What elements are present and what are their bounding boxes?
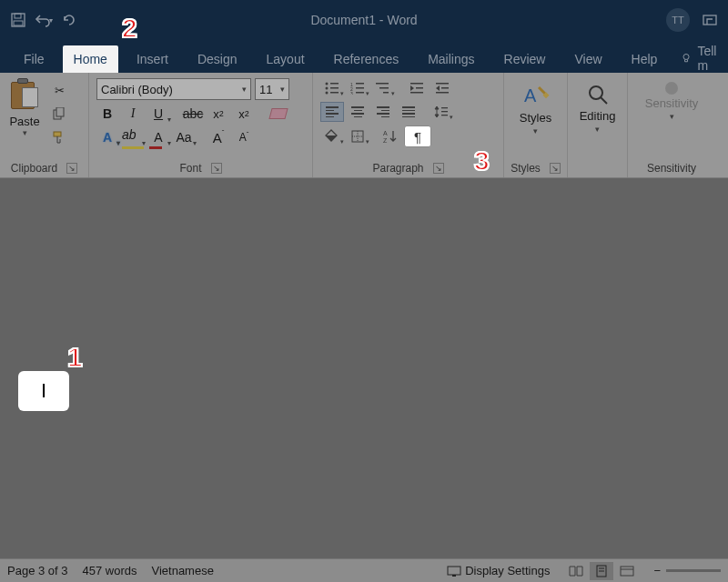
decrease-indent-button[interactable] (406, 78, 430, 98)
user-avatar[interactable]: TT (666, 8, 690, 32)
svg-text:A: A (383, 130, 388, 136)
undo-button[interactable]: ▾ (33, 9, 55, 31)
bullets-button[interactable] (320, 78, 344, 98)
print-layout-button[interactable] (590, 562, 613, 580)
svg-rect-23 (410, 83, 423, 85)
subscript-button[interactable]: x2 (207, 104, 229, 124)
highlight-button[interactable]: ab (122, 127, 144, 147)
svg-rect-9 (330, 83, 339, 85)
title-bar: ▾ Document1 - Word TT (0, 0, 728, 40)
clipboard-group-label: Clipboard (11, 162, 57, 175)
group-font: Calibri (Body)▾ 11▾ B I U abc x2 x2 A ab (89, 73, 313, 177)
copy-button[interactable] (49, 105, 69, 122)
window-title: Document1 - Word (310, 13, 417, 27)
increase-indent-button[interactable] (431, 78, 455, 98)
superscript-button[interactable]: x2 (233, 104, 255, 124)
tab-layout[interactable]: Layout (256, 45, 316, 73)
clipboard-launcher[interactable]: ↘ (66, 163, 77, 174)
group-styles: A Styles ▾ Styles↘ (504, 73, 568, 177)
styles-button[interactable]: A Styles ▾ (510, 76, 561, 135)
grow-font-button[interactable]: Aˆ (207, 127, 229, 147)
change-case-button[interactable]: Aa (173, 127, 195, 147)
tab-insert[interactable]: Insert (126, 45, 179, 73)
align-right-button[interactable] (371, 102, 395, 122)
tab-home[interactable]: Home (63, 45, 118, 73)
svg-rect-20 (376, 83, 389, 85)
svg-rect-13 (330, 92, 339, 94)
group-sensitivity: Sensitivity ▾ Sensitivity (628, 73, 715, 177)
page-indicator[interactable]: Page 3 of 3 (7, 564, 68, 577)
tab-view[interactable]: View (563, 45, 612, 73)
borders-button[interactable] (346, 126, 369, 146)
quick-access-toolbar: ▾ (0, 9, 80, 31)
tab-mailings[interactable]: Mailings (417, 45, 485, 73)
styles-launcher[interactable]: ↘ (550, 163, 561, 174)
shading-button[interactable] (320, 126, 344, 146)
strikethrough-button[interactable]: abc (182, 104, 204, 124)
tab-help[interactable]: Help (621, 45, 669, 73)
svg-point-8 (326, 83, 329, 85)
eraser-icon (268, 108, 288, 119)
group-clipboard: Paste ▾ ✂ Clipboard↘ (0, 73, 89, 177)
font-size-combo[interactable]: 11▾ (255, 78, 289, 100)
svg-text:3: 3 (350, 91, 353, 95)
font-name-value: Calibri (Body) (101, 83, 173, 96)
tab-references[interactable]: References (323, 45, 410, 73)
paste-icon (11, 78, 38, 111)
line-spacing-button[interactable] (430, 102, 453, 122)
format-painter-button[interactable] (49, 129, 69, 146)
zoom-slider[interactable]: − (653, 564, 721, 577)
multilevel-list-button[interactable] (371, 78, 395, 98)
bold-button[interactable]: B (96, 104, 118, 124)
font-name-combo[interactable]: Calibri (Body)▾ (96, 78, 251, 100)
tab-review[interactable]: Review (493, 45, 557, 73)
redo-button[interactable] (58, 9, 80, 31)
save-button[interactable] (7, 9, 29, 31)
font-launcher[interactable]: ↘ (211, 163, 222, 174)
svg-rect-17 (356, 87, 364, 89)
tell-me-search[interactable]: Tell m (675, 44, 728, 73)
svg-rect-28 (441, 87, 449, 89)
paste-button[interactable]: Paste ▾ (5, 78, 44, 137)
ribbon-tabs: File Home Insert Design Layout Reference… (0, 40, 728, 73)
text-effects-button[interactable]: A (96, 127, 118, 147)
sort-button[interactable]: AZ (379, 126, 402, 146)
svg-rect-40 (448, 567, 460, 575)
svg-rect-27 (436, 92, 449, 94)
web-layout-button[interactable] (615, 562, 639, 580)
svg-rect-22 (383, 92, 389, 94)
tab-file[interactable]: File (13, 45, 56, 73)
cut-button[interactable]: ✂ (49, 82, 69, 98)
italic-button[interactable]: I (122, 104, 144, 124)
paragraph-launcher[interactable]: ↘ (433, 163, 444, 174)
sensitivity-button: Sensitivity ▾ (633, 76, 710, 121)
align-left-button[interactable] (320, 102, 344, 122)
editing-button-label: Editing (580, 109, 616, 123)
tab-design[interactable]: Design (187, 45, 248, 73)
read-mode-button[interactable] (564, 562, 588, 580)
underline-button[interactable]: U (147, 104, 169, 124)
font-color-button[interactable]: A (147, 127, 169, 147)
zoom-out-button[interactable]: − (653, 564, 661, 577)
language-indicator[interactable]: Vietnamese (151, 564, 213, 577)
svg-rect-6 (56, 107, 64, 116)
clear-formatting-button[interactable] (268, 104, 289, 124)
document-area[interactable]: I (0, 178, 728, 558)
justify-button[interactable] (397, 102, 420, 122)
numbering-button[interactable]: 123 (346, 78, 369, 98)
shrink-font-button[interactable]: Aˇ (233, 127, 255, 147)
styles-icon: A (522, 82, 550, 109)
editing-button[interactable]: Editing ▾ (573, 76, 622, 134)
svg-rect-45 (621, 567, 633, 576)
svg-point-10 (326, 87, 329, 90)
ribbon-options-button[interactable] (701, 11, 719, 29)
view-buttons (564, 562, 639, 580)
ribbon: Paste ▾ ✂ Clipboard↘ Calibri (Body)▾ 11▾ (0, 73, 728, 178)
show-hide-pilcrow-button[interactable]: ¶ (404, 125, 431, 147)
word-count[interactable]: 457 words (83, 564, 137, 577)
sensitivity-button-label: Sensitivity (645, 96, 699, 110)
svg-rect-11 (330, 87, 339, 89)
align-center-button[interactable] (346, 102, 369, 122)
svg-rect-1 (15, 14, 21, 18)
display-settings-button[interactable]: Display Settings (447, 564, 550, 577)
